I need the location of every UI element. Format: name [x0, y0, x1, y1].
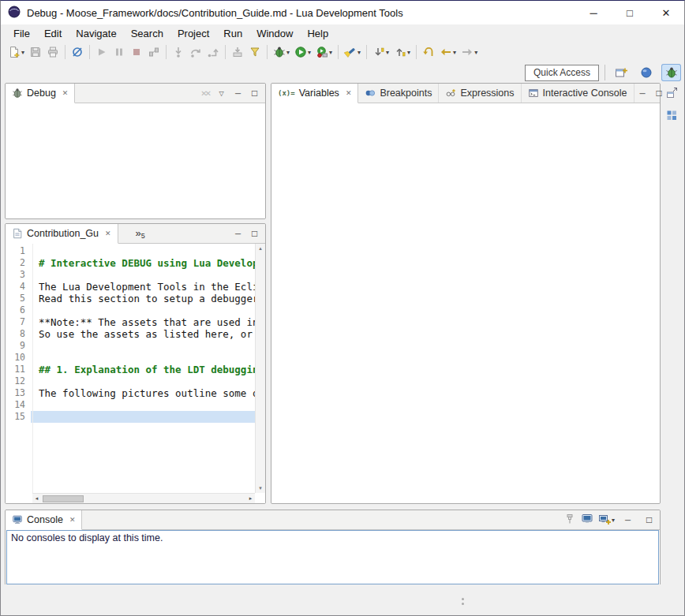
tab-console[interactable]: Console ✕ — [6, 510, 82, 530]
print-button[interactable] — [44, 43, 62, 62]
editor-line[interactable]: 2# Interactive DEBUG using Lua Develop — [6, 257, 255, 269]
tab-contribution-guide[interactable]: Contribution_Gu ✕ — [6, 224, 118, 244]
close-icon[interactable]: ✕ — [105, 230, 111, 237]
terminate-button[interactable] — [128, 43, 145, 62]
tab-breakpoints[interactable]: Breakpoints — [358, 84, 439, 103]
menu-run[interactable]: Run — [216, 26, 249, 41]
scroll-left-icon[interactable]: ◂ — [32, 495, 41, 502]
dropdown-arrow-icon[interactable]: ▾ — [453, 49, 456, 56]
save-button[interactable] — [27, 43, 44, 62]
minimize-view-button[interactable]: ─ — [230, 224, 246, 243]
dropdown-arrow-icon[interactable]: ▾ — [474, 49, 477, 56]
dropdown-arrow-icon[interactable]: ▾ — [21, 49, 24, 56]
vertical-scrollbar[interactable]: ▴ ▾ — [255, 244, 265, 493]
window-close-button[interactable]: ✕ — [648, 1, 684, 24]
line-number[interactable]: 12 — [6, 375, 31, 387]
step-into-button[interactable] — [170, 43, 187, 62]
scroll-right-icon[interactable]: ▸ — [246, 495, 255, 502]
maximize-view-button[interactable]: □ — [641, 510, 657, 529]
editor-line[interactable]: 13The following pictures outline some o — [6, 387, 255, 399]
editor-line[interactable]: 5Read this section to setup a debugger — [6, 293, 255, 304]
editor-line[interactable]: 1 — [6, 245, 255, 257]
line-number[interactable]: 6 — [6, 304, 31, 316]
pin-console-button[interactable] — [563, 513, 576, 528]
menu-navigate[interactable]: Navigate — [69, 26, 123, 41]
minimize-view-button[interactable]: ─ — [634, 84, 651, 103]
line-number[interactable]: 13 — [6, 387, 31, 399]
line-number[interactable]: 1 — [6, 245, 31, 257]
editor-line[interactable]: 12 — [6, 375, 255, 387]
menu-file[interactable]: File — [6, 26, 37, 41]
debug-button[interactable]: ▾ — [271, 43, 292, 62]
skip-all-breakpoints-button[interactable] — [69, 43, 86, 62]
line-number[interactable]: 2 — [6, 257, 31, 269]
line-number[interactable]: 8 — [6, 328, 31, 340]
new-button[interactable]: ▾ — [6, 43, 27, 62]
step-over-button[interactable] — [187, 43, 204, 62]
console-content[interactable]: No consoles to display at this time. — [6, 530, 659, 584]
menu-project[interactable]: Project — [170, 26, 216, 41]
line-number[interactable]: 4 — [6, 281, 31, 293]
line-number[interactable]: 15 — [6, 411, 31, 423]
external-tools-button[interactable]: ▾ — [313, 43, 335, 62]
tab-variables[interactable]: (x)= Variables ✕ — [271, 84, 358, 103]
maximize-view-button[interactable]: □ — [246, 224, 263, 243]
tab-debug[interactable]: Debug ✕ — [6, 84, 75, 103]
view-menu-button[interactable]: ▽ — [213, 84, 230, 103]
dropdown-arrow-icon[interactable]: ▾ — [386, 49, 389, 56]
forward-button[interactable]: ▾ — [459, 43, 480, 62]
close-icon[interactable]: ✕ — [346, 89, 352, 97]
maximize-view-button[interactable]: □ — [246, 84, 263, 103]
back-button[interactable]: ▾ — [437, 43, 459, 62]
close-icon[interactable]: ✕ — [69, 516, 76, 524]
resume-button[interactable] — [93, 43, 110, 62]
next-annotation-button[interactable]: ▾ — [370, 43, 391, 62]
tab-expressions[interactable]: Expressions — [439, 84, 521, 103]
line-number[interactable]: 3 — [6, 269, 31, 281]
line-number[interactable]: 11 — [6, 364, 31, 375]
run-button[interactable]: ▾ — [292, 43, 313, 62]
minimized-view-grid-button[interactable] — [663, 107, 680, 123]
line-number[interactable]: 5 — [6, 293, 31, 304]
step-return-button[interactable] — [204, 43, 222, 62]
close-icon[interactable]: ✕ — [62, 89, 69, 97]
tab-interactive-console[interactable]: Interactive Console — [522, 84, 634, 103]
editor-line[interactable]: 6 — [6, 304, 255, 316]
debug-perspective-button[interactable] — [661, 64, 681, 81]
editor-line[interactable]: 4The Lua Development Tools in the Ecli — [6, 281, 255, 293]
editor-line[interactable]: 9 — [6, 340, 255, 352]
open-console-button[interactable]: ▾ — [598, 513, 615, 526]
remove-all-terminated-button[interactable]: ✕✕ — [200, 89, 213, 98]
display-selected-console-button[interactable] — [581, 513, 593, 528]
open-perspective-button[interactable] — [611, 64, 631, 81]
last-edit-location-button[interactable] — [420, 43, 437, 62]
dropdown-arrow-icon[interactable]: ▾ — [407, 49, 410, 56]
dropdown-arrow-icon[interactable]: ▾ — [612, 517, 615, 524]
editor-line[interactable]: 14 — [6, 399, 255, 411]
scrollbar-thumb[interactable] — [43, 495, 84, 502]
suspend-button[interactable] — [110, 43, 128, 62]
dropdown-arrow-icon[interactable]: ▾ — [286, 49, 290, 56]
window-maximize-button[interactable]: □ — [612, 1, 648, 24]
line-number[interactable]: 10 — [6, 352, 31, 364]
line-number[interactable]: 7 — [6, 316, 31, 328]
dropdown-arrow-icon[interactable]: ▾ — [329, 49, 332, 56]
minimize-view-button[interactable]: ─ — [619, 510, 636, 529]
window-minimize-button[interactable]: ─ — [575, 1, 612, 24]
editor-line[interactable]: 3 — [6, 269, 255, 281]
line-number[interactable]: 14 — [6, 399, 31, 411]
statusbar-grip[interactable] — [462, 598, 464, 600]
editor-line[interactable]: 11## 1. Explanation of the LDT debuggin — [6, 364, 255, 375]
dropdown-arrow-icon[interactable]: ▾ — [308, 49, 311, 56]
ldt-perspective-button[interactable] — [636, 64, 656, 81]
editor-line[interactable]: 10 — [6, 352, 255, 364]
search-button[interactable]: ▾ — [342, 43, 363, 62]
editor-line[interactable]: 7**Note:** The assets that are used in — [6, 316, 255, 328]
editor-content[interactable]: 12# Interactive DEBUG using Lua Develop3… — [6, 244, 265, 503]
menu-edit[interactable]: Edit — [37, 26, 69, 41]
menu-help[interactable]: Help — [300, 26, 335, 41]
editor-lines[interactable]: 12# Interactive DEBUG using Lua Develop3… — [6, 244, 255, 493]
menu-window[interactable]: Window — [249, 26, 300, 41]
line-number[interactable]: 9 — [6, 340, 31, 352]
minimize-view-button[interactable]: ─ — [230, 84, 246, 103]
